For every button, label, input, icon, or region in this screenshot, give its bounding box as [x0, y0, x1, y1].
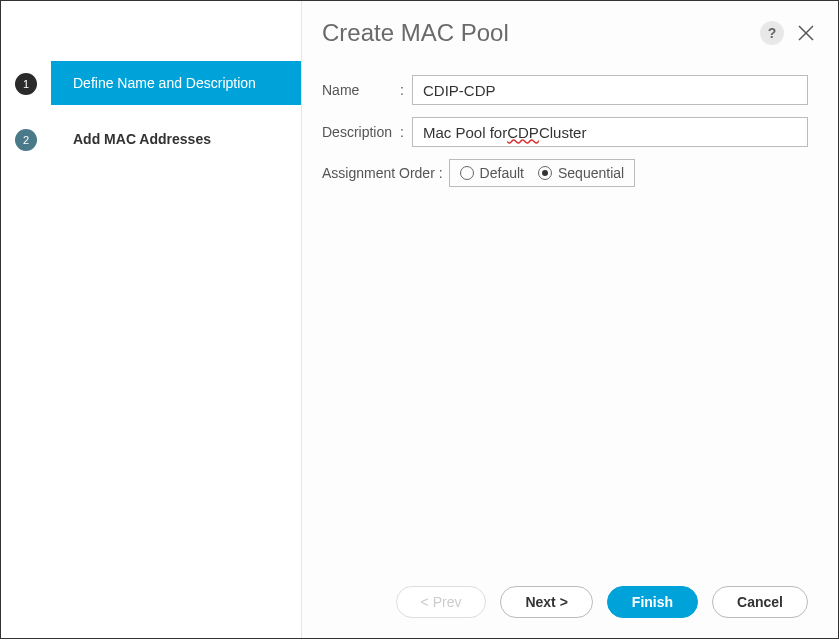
- radio-default[interactable]: Default: [460, 165, 524, 181]
- description-label: Description: [322, 124, 400, 140]
- radio-sequential[interactable]: Sequential: [538, 165, 624, 181]
- name-label: Name: [322, 82, 400, 98]
- assignment-order-row: Assignment Order : Default Sequential: [322, 159, 808, 187]
- next-button[interactable]: Next >: [500, 586, 592, 618]
- wizard-sidebar: 1 2 Define Name and Description Add MAC …: [1, 1, 301, 638]
- form-area: Name : Description : Mac Pool for CDP Cl…: [302, 57, 838, 187]
- finish-button[interactable]: Finish: [607, 586, 698, 618]
- assignment-order-label: Assignment Order :: [322, 165, 443, 181]
- prev-button: < Prev: [396, 586, 487, 618]
- main-panel: Create MAC Pool ? Name : Description : M…: [301, 1, 838, 638]
- radio-dot-icon: [542, 170, 548, 176]
- radio-circle-icon: [460, 166, 474, 180]
- dialog-header: Create MAC Pool ?: [302, 1, 838, 57]
- radio-sequential-label: Sequential: [558, 165, 624, 181]
- step-list: Define Name and Description Add MAC Addr…: [51, 1, 301, 638]
- step-number-column: 1 2: [1, 1, 51, 638]
- assignment-order-group: Default Sequential: [449, 159, 636, 187]
- description-row: Description : Mac Pool for CDP Cluster: [322, 117, 808, 147]
- cancel-button[interactable]: Cancel: [712, 586, 808, 618]
- close-icon[interactable]: [794, 21, 818, 45]
- step-define-name[interactable]: Define Name and Description: [51, 61, 301, 105]
- radio-default-label: Default: [480, 165, 524, 181]
- name-row: Name :: [322, 75, 808, 105]
- dialog-footer: < Prev Next > Finish Cancel: [396, 586, 808, 618]
- radio-circle-icon: [538, 166, 552, 180]
- name-input[interactable]: [412, 75, 808, 105]
- dialog-title: Create MAC Pool: [322, 19, 760, 47]
- create-mac-pool-dialog: 1 2 Define Name and Description Add MAC …: [0, 0, 839, 639]
- step-number-2: 2: [15, 129, 37, 151]
- step-number-1: 1: [15, 73, 37, 95]
- description-input[interactable]: Mac Pool for CDP Cluster: [412, 117, 808, 147]
- step-add-mac-addresses[interactable]: Add MAC Addresses: [51, 117, 301, 161]
- help-icon[interactable]: ?: [760, 21, 784, 45]
